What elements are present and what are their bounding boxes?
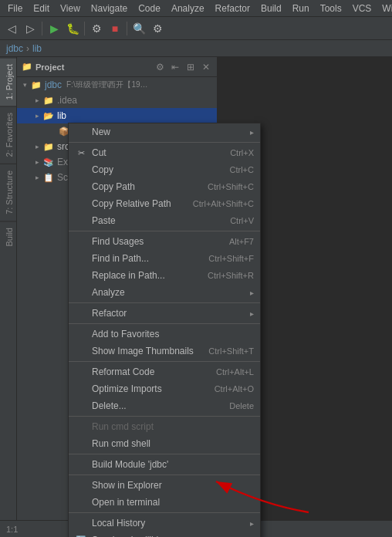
- sidebar-label-favorites[interactable]: 2: Favorites: [0, 106, 16, 163]
- cm-icon-optimize_imports: [75, 383, 87, 395]
- breadcrumb-jdbc[interactable]: jdbc: [6, 43, 23, 54]
- cm-separator: [69, 231, 260, 231]
- menu-build[interactable]: Build: [256, 2, 286, 15]
- cm-item-delete[interactable]: Delete...Delete: [69, 397, 260, 414]
- menu-code[interactable]: Code: [133, 2, 165, 15]
- cm-item-run_cmd_script: Run cmd script: [69, 418, 260, 435]
- panel-btn-settings[interactable]: ⚙: [154, 61, 166, 73]
- cm-label-cut: Cut: [92, 147, 225, 158]
- sidebar-label-build[interactable]: Build: [0, 221, 16, 252]
- cm-item-replace_in_path[interactable]: Replace in Path...Ctrl+Shift+R: [69, 267, 260, 284]
- folder-icon-jdbc: 📁: [31, 79, 42, 90]
- toolbar-back[interactable]: ◁: [3, 20, 20, 37]
- folder-icon-src: 📁: [43, 141, 54, 152]
- cm-icon-open_in_terminal: [75, 496, 87, 508]
- cm-separator: [69, 416, 260, 417]
- toolbar-forward[interactable]: ▷: [22, 20, 39, 37]
- cm-submenu-arrow-analyze: ▸: [250, 289, 254, 297]
- cm-item-optimize_imports[interactable]: Optimize ImportsCtrl+Alt+O: [69, 380, 260, 397]
- cm-item-find_usages[interactable]: Find UsagesAlt+F7: [69, 233, 260, 250]
- cm-item-paste[interactable]: PasteCtrl+V: [69, 212, 260, 229]
- cm-item-cut[interactable]: ✂CutCtrl+X: [69, 144, 260, 161]
- menu-view[interactable]: View: [56, 2, 85, 15]
- menu-edit[interactable]: Edit: [29, 2, 54, 15]
- panel-btn-scroll[interactable]: ⇤: [169, 61, 181, 73]
- cm-shortcut-show_image_thumbnails: Ctrl+Shift+T: [208, 346, 254, 356]
- cm-icon-cut: ✂: [75, 147, 87, 159]
- cm-label-delete: Delete...: [92, 400, 225, 411]
- cm-item-synchronize[interactable]: 🔄Synchronize 'lib': [69, 532, 260, 537]
- cm-item-reformat_code[interactable]: Reformat CodeCtrl+Alt+L: [69, 363, 260, 380]
- cm-shortcut-cut: Ctrl+X: [230, 148, 254, 157]
- cm-icon-new: [75, 126, 87, 138]
- cm-separator: [69, 512, 260, 513]
- tree-arrow-external: ▸: [32, 158, 42, 166]
- external-icon: 📚: [43, 157, 54, 167]
- cm-item-show_in_explorer[interactable]: Show in Explorer: [69, 477, 260, 494]
- toolbar-settings[interactable]: ⚙: [149, 20, 166, 37]
- cm-item-show_image_thumbnails[interactable]: Show Image ThumbnailsCtrl+Shift+T: [69, 343, 260, 360]
- cm-label-find_in_path: Find in Path...: [92, 253, 204, 264]
- breadcrumb-lib[interactable]: lib: [32, 43, 42, 54]
- scratches-icon: 📋: [43, 172, 54, 183]
- menu-run[interactable]: Run: [288, 2, 314, 15]
- cm-label-new: New: [92, 127, 245, 137]
- toolbar-debug[interactable]: 🐛: [64, 20, 81, 37]
- cm-icon-local_history: [75, 517, 87, 529]
- tree-root-jdbc[interactable]: ▾ 📁 jdbc F:\班级管理\西开【19921】3、代码: [17, 77, 217, 93]
- toolbar-stop[interactable]: ■: [106, 20, 123, 37]
- cm-icon-delete: [75, 400, 87, 412]
- cm-item-copy[interactable]: CopyCtrl+C: [69, 161, 260, 178]
- toolbar-search[interactable]: 🔍: [130, 20, 147, 37]
- tree-arrow-src: ▸: [32, 143, 42, 150]
- cm-icon-synchronize: 🔄: [75, 534, 87, 537]
- cm-item-refactor[interactable]: Refactor▸: [69, 305, 260, 322]
- cm-shortcut-reformat_code: Ctrl+Alt+L: [216, 367, 254, 377]
- cm-item-add_to_favorites[interactable]: Add to Favorites: [69, 326, 260, 343]
- sidebar-label-structure[interactable]: 7: Structure: [0, 164, 16, 221]
- cm-item-copy_relative_path[interactable]: Copy Relative PathCtrl+Alt+Shift+C: [69, 195, 260, 212]
- menu-file[interactable]: File: [3, 2, 27, 15]
- cm-item-new[interactable]: New▸: [69, 123, 260, 140]
- cm-item-find_in_path[interactable]: Find in Path...Ctrl+Shift+F: [69, 250, 260, 267]
- cm-item-open_in_terminal[interactable]: Open in terminal: [69, 494, 260, 511]
- cm-item-copy_path[interactable]: Copy PathCtrl+Shift+C: [69, 178, 260, 195]
- tree-arrow-lib: ▸: [32, 112, 42, 120]
- cm-icon-build_module: [75, 458, 87, 471]
- tree-arrow-scratches: ▸: [32, 174, 42, 181]
- menu-window[interactable]: Window: [377, 2, 392, 15]
- context-menu: New▸✂CutCtrl+XCopyCtrl+CCopy PathCtrl+Sh…: [68, 123, 261, 537]
- cm-icon-show_image_thumbnails: [75, 345, 87, 357]
- cm-icon-copy: [75, 164, 87, 176]
- menu-navigate[interactable]: Navigate: [86, 2, 132, 15]
- sidebar-labels: 1: Project 2: Favorites 7: Structure Bui…: [0, 57, 17, 520]
- cm-item-analyze[interactable]: Analyze▸: [69, 284, 260, 301]
- cm-submenu-arrow-refactor: ▸: [250, 309, 254, 318]
- cm-label-show_image_thumbnails: Show Image Thumbnails: [92, 346, 204, 356]
- cm-icon-run_cmd_script: [75, 420, 87, 433]
- tree-idea[interactable]: ▸ 📁 .idea: [17, 93, 217, 108]
- sidebar-label-project[interactable]: 1: Project: [0, 57, 16, 106]
- cm-icon-find_usages: [75, 235, 87, 248]
- cm-item-run_cmd_shell[interactable]: Run cmd shell: [69, 435, 260, 452]
- menu-analyze[interactable]: Analyze: [167, 2, 209, 15]
- toolbar-build[interactable]: ⚙: [88, 20, 105, 37]
- menu-vcs[interactable]: VCS: [348, 2, 377, 15]
- cm-label-refactor: Refactor: [92, 308, 245, 319]
- cm-item-build_module[interactable]: Build Module 'jdbc': [69, 456, 260, 473]
- folder-icon-idea: 📁: [43, 95, 54, 106]
- panel-btn-close[interactable]: ✕: [200, 61, 212, 73]
- cm-item-local_history[interactable]: Local History▸: [69, 515, 260, 532]
- panel-header: 📁 Project ⚙ ⇤ ⊞ ✕: [17, 57, 217, 77]
- menu-tools[interactable]: Tools: [316, 2, 346, 15]
- cm-icon-replace_in_path: [75, 269, 87, 282]
- cm-label-replace_in_path: Replace in Path...: [92, 270, 203, 281]
- tree-lib[interactable]: ▸ 📂 lib: [17, 108, 217, 123]
- toolbar-run[interactable]: ▶: [46, 20, 63, 37]
- cm-shortcut-copy: Ctrl+C: [230, 165, 254, 174]
- cm-shortcut-paste: Ctrl+V: [230, 216, 254, 225]
- cm-icon-refactor: [75, 307, 87, 319]
- panel-btn-expand[interactable]: ⊞: [184, 61, 197, 73]
- menu-refactor[interactable]: Refactor: [211, 2, 255, 15]
- cm-separator: [69, 142, 260, 143]
